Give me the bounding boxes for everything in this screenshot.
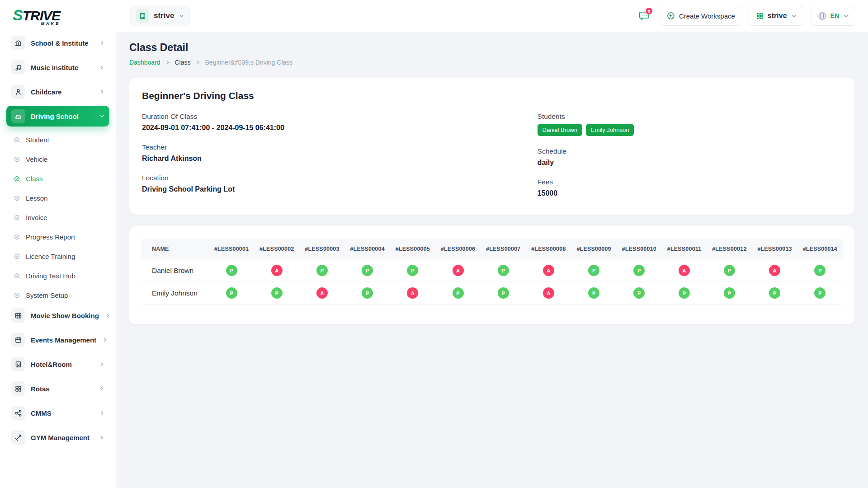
brand-logo[interactable]: STRIVE MAKE <box>6 0 109 33</box>
absent-badge: A <box>407 287 418 299</box>
sidebar-item-cmms[interactable]: CMMS <box>6 403 109 423</box>
sidebar-item-label: Hotel&Room <box>31 361 93 368</box>
student-badge[interactable]: Daniel Brown <box>538 124 582 136</box>
attendance-cell: P <box>617 282 662 305</box>
chat-button[interactable]: 0 <box>635 7 653 25</box>
music-icon <box>11 60 25 75</box>
sidebar-item-label: CMMS <box>31 409 93 417</box>
column-header-lesson: #LESS00001 <box>209 239 254 259</box>
sidebar-item-label: Childcare <box>31 88 93 96</box>
sidebar-subitem-driving-test-hub[interactable]: Driving Test Hub <box>6 266 109 286</box>
chevron-right-icon <box>102 337 108 343</box>
sidebar-item-label: Driving School <box>31 113 93 120</box>
attendance-cell: P <box>481 259 526 282</box>
check-circle-icon <box>14 195 20 202</box>
sidebar-subitem-class[interactable]: Class <box>6 169 109 188</box>
class-detail-card: Beginner's Driving Class Duration Of Cla… <box>129 78 854 215</box>
sidebar-subitem-invoice[interactable]: Invoice <box>6 208 109 227</box>
chevron-down-icon <box>99 113 105 119</box>
topbar: strive 0 Create Workspace strive <box>116 0 868 32</box>
attendance-cell: A <box>390 282 435 305</box>
notification-badge: 0 <box>646 8 652 14</box>
page-title: Class Detail <box>129 42 854 54</box>
attendance-cell: P <box>571 259 617 282</box>
sidebar-item-rotas[interactable]: Rotas <box>6 378 109 399</box>
field-value: 2024-09-01 07:41:00 - 2024-09-15 06:41:0… <box>142 124 538 132</box>
column-header-lesson: #LESS00004 <box>345 239 390 259</box>
plus-circle-icon <box>667 12 675 20</box>
create-workspace-button[interactable]: Create Workspace <box>660 6 742 26</box>
sidebar-subitem-system-setup[interactable]: System Setup <box>6 286 109 305</box>
breadcrumb-dashboard[interactable]: Dashboard <box>129 59 160 66</box>
sidebar-subitem-label: Lesson <box>26 194 47 202</box>
sidebar-item-hotel-room[interactable]: Hotel&Room <box>6 354 109 375</box>
teacher-field: Teacher Richard Atkinson <box>142 143 538 163</box>
present-badge: P <box>588 265 599 276</box>
column-header-lesson: #LESS00014 <box>797 239 843 259</box>
field-label: Teacher <box>142 143 538 151</box>
sidebar-subitem-student[interactable]: Student <box>6 130 109 150</box>
schedule-field: Schedule daily <box>538 147 842 167</box>
present-badge: P <box>498 265 509 276</box>
organization-name: strive <box>768 12 787 20</box>
column-header-lesson: #LESS00002 <box>254 239 299 259</box>
check-circle-icon <box>14 175 20 182</box>
main-content: Class Detail Dashboard Class Beginner&#0… <box>116 0 868 324</box>
sidebar-subitem-progress-report[interactable]: Progress Report <box>6 227 109 247</box>
present-badge: P <box>724 287 735 299</box>
workspace-selector[interactable]: strive <box>129 5 191 26</box>
student-badge[interactable]: Emily Johnson <box>586 124 634 136</box>
sidebar-item-driving-school[interactable]: Driving School <box>6 106 109 127</box>
field-label: Fees <box>538 178 842 186</box>
attendance-cell: A <box>752 259 797 282</box>
detail-grid: Duration Of Class 2024-09-01 07:41:00 - … <box>142 101 842 197</box>
attendance-cell: P <box>797 259 843 282</box>
attendance-cell: P <box>481 282 526 305</box>
sidebar-item-movie-show-booking[interactable]: Movie Show Booking <box>6 305 109 326</box>
workspace-building-icon <box>136 9 149 23</box>
location-field: Location Driving School Parking Lot <box>142 174 538 193</box>
chevron-right-icon <box>99 64 105 70</box>
absent-badge: A <box>769 265 780 276</box>
grid-icon <box>756 12 764 20</box>
present-badge: P <box>814 265 826 276</box>
chevron-down-icon <box>179 13 184 19</box>
sidebar-subitem-vehicle[interactable]: Vehicle <box>6 150 109 169</box>
sidebar-item-label: School & Institute <box>31 39 93 47</box>
sidebar-item-events-management[interactable]: Events Management <box>6 329 109 350</box>
present-badge: P <box>271 287 283 299</box>
present-badge: P <box>633 265 645 276</box>
sidebar-subitem-label: Progress Report <box>26 233 75 241</box>
table-row: Emily JohnsonPPAPAPPAPPPPPP <box>141 282 843 305</box>
breadcrumb-current: Beginner&#039;s Driving Class <box>205 59 293 66</box>
field-value: 15000 <box>538 189 842 197</box>
present-badge: P <box>814 287 826 299</box>
absent-badge: A <box>543 287 554 299</box>
present-badge: P <box>769 287 780 299</box>
breadcrumb-class[interactable]: Class <box>175 59 191 66</box>
sidebar-item-label: Events Management <box>31 336 96 344</box>
language-selector[interactable]: EN <box>811 6 856 26</box>
sidebar-subitem-lesson[interactable]: Lesson <box>6 188 109 208</box>
sidebar-item-gym-management[interactable]: GYM Management <box>6 427 109 448</box>
fees-field: Fees 15000 <box>538 178 842 197</box>
sidebar-subitem-label: Student <box>26 136 49 144</box>
sidebar-item-childcare[interactable]: Childcare <box>6 81 109 102</box>
attendance-cell: A <box>254 259 299 282</box>
attendance-cell: P <box>209 259 254 282</box>
absent-badge: A <box>271 265 283 276</box>
present-badge: P <box>226 287 237 299</box>
gym-icon <box>11 430 25 445</box>
sidebar-subitem-licence-training[interactable]: Licence Training <box>6 247 109 266</box>
organization-selector[interactable]: strive <box>749 6 804 26</box>
absent-badge: A <box>453 265 464 276</box>
chevron-right-icon <box>99 361 105 367</box>
attendance-cell: P <box>707 259 752 282</box>
check-circle-icon <box>14 272 20 279</box>
attendance-cell: P <box>752 282 797 305</box>
present-badge: P <box>588 287 599 299</box>
workspace-name: strive <box>154 11 174 20</box>
sidebar-item-music-institute[interactable]: Music Institute <box>6 57 109 78</box>
sidebar-item-school-institute[interactable]: School & Institute <box>6 33 109 53</box>
check-circle-icon <box>14 136 20 143</box>
